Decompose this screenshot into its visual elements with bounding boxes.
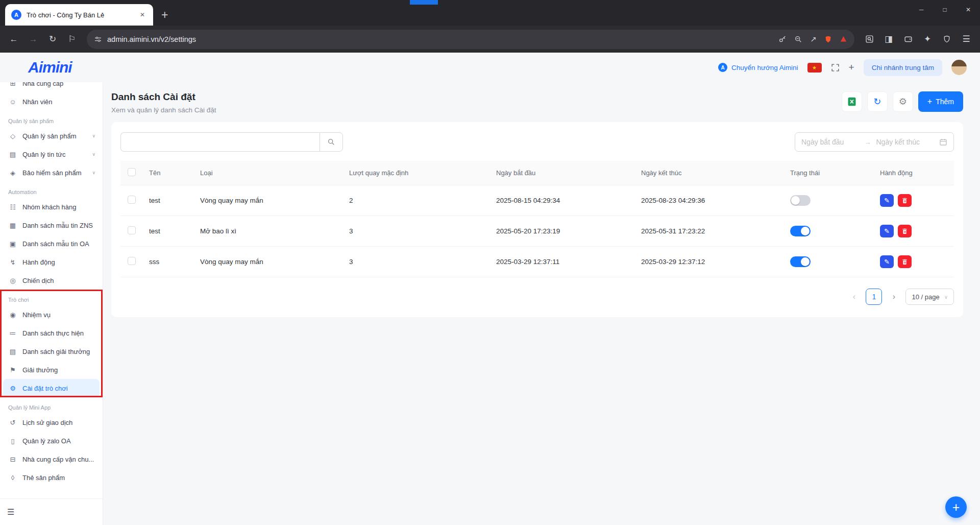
page-number-button[interactable]: 1 [866,289,882,305]
edit-button[interactable]: ✎ [880,225,894,237]
delete-button[interactable] [898,225,912,237]
branch-button[interactable]: Chi nhánh trung tâm [864,59,942,76]
share-icon[interactable]: ↗ [810,35,817,44]
wallet-icon[interactable] [899,31,917,48]
delete-button[interactable] [898,194,912,207]
sidebar-item-missions[interactable]: ◉Nhiệm vụ [0,305,103,324]
fullscreen-icon[interactable] [831,63,840,72]
cell-type: Vòng quay may mắn [194,247,343,277]
sidebar-item-employee[interactable]: ☺Nhân viên [0,92,103,111]
sidebar-item-campaigns[interactable]: ◎Chiến dịch [0,271,103,290]
browser-tab[interactable]: A Trò chơi - Công Ty Bán Lẻ ✕ [5,4,153,26]
date-range-picker[interactable]: Ngày bắt đầu → Ngày kết thúc [795,132,954,152]
column-header: Loại [194,161,343,185]
column-header: Tên [143,161,194,185]
menu-icon[interactable]: ☰ [958,31,975,48]
zoom-out-icon[interactable] [794,35,802,43]
app-logo[interactable]: Aimini [28,59,72,76]
sidebar-item-label: Danh sách giải thưởng [22,348,97,355]
sidebar-item-label: Cài đặt trò chơi [22,385,97,392]
sidebar-group-header: Quản lý sản phẩm [0,111,103,127]
sidebar-item-prize-list[interactable]: ▤Danh sách giải thưởng [0,342,103,361]
sidebar-item-news-management[interactable]: ▤Quản lý tin tức∨ [0,145,103,163]
close-button[interactable]: ✕ [957,0,980,19]
action-icon: ↯ [8,258,17,266]
redirect-link[interactable]: A Chuyển hướng Aimini [718,63,798,72]
row-checkbox[interactable] [128,257,136,265]
row-checkbox[interactable] [128,226,136,234]
browser-chrome: A Trò chơi - Công Ty Bán Lẻ ✕ + ─ □ ✕ ← … [0,0,980,53]
sidebar-item-product-insurance[interactable]: ◈Bảo hiểm sản phẩm∨ [0,163,103,182]
search-panel-icon[interactable] [861,31,878,48]
select-all-checkbox[interactable] [128,168,136,176]
cell-type: Vòng quay may mắn [194,185,343,216]
sidebar-item-zalo-oa[interactable]: ▯Quản lý zalo OA [0,432,103,450]
search-button[interactable] [320,132,343,152]
news-icon: ▤ [8,151,17,158]
vietnam-flag-icon[interactable]: ★ [807,63,822,73]
table-settings-button[interactable]: ⚙ [893,91,913,112]
page-title: Danh sách Cài đặt [111,91,216,103]
sidebar-toggle-icon[interactable]: ◨ [880,31,897,48]
leo-ai-icon[interactable]: ✦ [919,31,936,48]
cell-name: sss [143,247,194,277]
settings-table: TênLoạiLượt quay mặc địnhNgày bắt đầuNgà… [120,161,954,277]
sidebar-item-prizes[interactable]: ⚑Giải thưởng [0,361,103,379]
back-button[interactable]: ← [5,31,22,48]
pencil-icon: ✎ [884,227,890,235]
sidebar-item-actions[interactable]: ↯Hành động [0,253,103,271]
sidebar-item-product-management[interactable]: ◇Quản lý sản phẩm∨ [0,127,103,145]
delete-button[interactable] [898,255,912,268]
brave-shield-icon[interactable] [824,35,832,43]
minimize-button[interactable]: ─ [910,0,933,19]
sidebar-item-transaction-history[interactable]: ↺Lịch sử giao dịch [0,413,103,432]
avatar[interactable] [951,60,967,75]
cell-default-spins: 2 [343,185,490,216]
execution-list-icon: ≔ [8,329,17,337]
sidebar-item-supplier[interactable]: ⊞Nhà cung cấp [0,82,103,92]
cell-default-spins: 3 [343,216,490,247]
sidebar: ⊞Nhà cung cấp☺Nhân viênQuản lý sản phẩm◇… [0,82,103,525]
prev-page-button[interactable]: ‹ [847,292,861,301]
floating-add-button[interactable]: + [945,496,967,518]
brave-rewards-icon[interactable] [840,35,847,43]
url-text[interactable]: admin.aimini.vn/v2/settings [107,35,773,43]
sidebar-item-execution-list[interactable]: ≔Danh sách thực hiện [0,324,103,342]
sidebar-item-oa-templates[interactable]: ▣Danh sách mẫu tin OA [0,234,103,253]
maximize-button[interactable]: □ [933,0,957,19]
next-page-button[interactable]: › [887,292,900,301]
sidebar-collapse-button[interactable]: ☰ [0,498,103,525]
status-toggle[interactable] [790,256,811,267]
vpn-shield-icon[interactable] [938,31,955,48]
header-actions: A Chuyển hướng Aimini ★ + Chi nhánh trun… [718,59,967,76]
sidebar-item-product-cards[interactable]: ◊Thẻ sản phẩm [0,468,103,487]
sidebar-item-zns-templates[interactable]: ▦Danh sách mẫu tin ZNS [0,216,103,234]
sidebar-item-customer-groups[interactable]: ☷Nhóm khách hàng [0,198,103,216]
sidebar-item-label: Danh sách mẫu tin OA [22,240,97,248]
reload-button[interactable]: ↻ [44,31,61,48]
toggle-knob [801,227,810,235]
sidebar-item-shipping-providers[interactable]: ⊟Nhà cung cấp vận chu... [0,450,103,468]
tab-close-icon[interactable]: ✕ [138,10,147,19]
row-checkbox[interactable] [128,196,136,204]
forward-button[interactable]: → [24,31,42,48]
edit-button[interactable]: ✎ [880,194,894,207]
bookmark-icon[interactable]: ⚐ [63,31,81,48]
password-key-icon[interactable] [778,35,787,43]
export-excel-button[interactable] [842,91,862,112]
edit-button[interactable]: ✎ [880,255,894,268]
chevron-down-icon: ∨ [92,152,97,157]
sidebar-item-game-settings[interactable]: ⚙Cài đặt trò chơi [3,379,100,397]
sidebar-item-label: Quản lý tin tức [22,151,87,158]
sidebar-group-header: Automation [0,182,103,198]
search-input[interactable] [120,132,320,152]
address-bar[interactable]: admin.aimini.vn/v2/settings ↗ [87,30,854,49]
status-toggle[interactable] [790,195,811,206]
new-tab-button[interactable]: + [161,9,168,21]
site-settings-icon[interactable] [94,35,102,43]
page-size-select[interactable]: 10 / page ∨ [905,289,954,305]
header-add-icon[interactable]: + [849,62,854,73]
refresh-button[interactable]: ↻ [867,91,888,112]
add-button[interactable]: + Thêm [918,91,963,112]
status-toggle[interactable] [790,226,811,236]
